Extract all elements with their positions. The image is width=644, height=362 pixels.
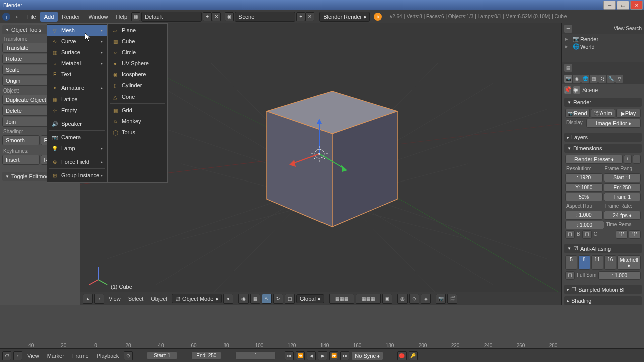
shading-mode-icon[interactable]: ● [223,294,233,304]
filter-size-field[interactable]: : 1.000 [598,271,641,280]
maximize-button[interactable]: ▭ [617,1,629,10]
jump-end-btn[interactable]: ⏭ [340,351,349,360]
crop-checkbox[interactable]: ☐ [582,230,592,239]
end-frame-field[interactable]: En: 250 [604,183,641,192]
shading-section-hdr[interactable]: Shading [564,296,642,305]
minimize-button[interactable]: ─ [603,1,616,10]
render-preset-select[interactable]: Render Preset ♦ [565,155,623,164]
editor-type-icon[interactable]: ◦ [11,11,22,22]
add-layout-btn[interactable]: + [203,12,212,21]
layers-grid-2[interactable]: ▦▦▦ [356,294,381,304]
prop-edit-icon[interactable]: ◎ [397,294,408,304]
lock-layer-icon[interactable]: ▣ [382,294,392,304]
aa-filter-select[interactable]: Mitchell ♦ [617,255,641,270]
submenu-icosphere[interactable]: ◉Icosphere [108,69,167,80]
aspect-y-field[interactable]: : 1.000 [565,221,604,229]
res-x-field[interactable]: : 1920 [565,173,603,182]
layout-preset-field[interactable]: Default [141,12,202,22]
aa-8-btn[interactable]: 8 [578,255,590,270]
aspect-x-field[interactable]: : 1.000 [565,211,603,220]
render-section-hdr[interactable]: Render [564,98,642,107]
aa-5-btn[interactable]: 5 [565,255,577,270]
menu-lamp[interactable]: 💡Lamp▸ [47,143,107,154]
res-y-field[interactable]: Y: 1080 [565,183,603,192]
mb-section-hdr[interactable]: ☐Sampled Motion Bl [564,285,642,294]
props-editor-icon[interactable]: ▤ [564,64,572,72]
prev-keyframe-btn[interactable]: ⏪ [296,351,305,360]
smooth-button[interactable]: Smooth [2,135,40,145]
end-frame-input[interactable]: End: 250 [191,351,221,360]
timeline-ruler[interactable]: -40-200204060801001201401601802002202402… [0,305,644,348]
aa-section-hdr[interactable]: ☑Anti-Aliasing [564,244,642,253]
add-scene-btn[interactable]: + [296,12,305,21]
render-anim-icon[interactable]: 🎬 [447,294,457,304]
menu-speaker[interactable]: 🔊Speaker [47,118,107,129]
keying-set-btn[interactable]: 🔑 [409,351,418,360]
expand-tl-icon[interactable]: ◦ [13,351,22,360]
menu-window[interactable]: Window [84,12,112,22]
close-button[interactable]: ✕ [630,1,643,10]
fps-select[interactable]: 24 fps ♦ [604,211,641,220]
outliner-editor-icon[interactable]: ☰ [564,25,572,33]
orientation-select[interactable]: Global♦ [296,294,324,303]
snap-type-icon[interactable]: ◈ [421,294,431,304]
tl-playback-menu[interactable]: Playback [94,351,122,360]
remove-scene-btn[interactable]: ✕ [305,12,314,21]
vp-object-menu[interactable]: Object [148,294,170,303]
layout-icon[interactable]: ▦ [131,12,140,21]
submenu-cone[interactable]: △Cone [108,91,167,102]
aa-16-btn[interactable]: 16 [604,255,616,270]
play-btn[interactable]: ▶ [318,351,327,360]
dimensions-section-hdr[interactable]: Dimensions [564,144,642,153]
sync-mode-select[interactable]: No Sync ♦ [351,351,383,360]
menu-curve[interactable]: ∿Curve▸ [47,36,107,47]
renderer-field[interactable]: Blender Render♦ [319,12,370,22]
start-frame-field[interactable]: Start : 1 [604,173,641,182]
submenu-grid[interactable]: ▦Grid [108,105,167,116]
menu-lattice[interactable]: ▦Lattice [47,94,107,105]
remove-layout-btn[interactable]: ✕ [212,12,221,21]
tab-render[interactable]: 📷 [564,75,572,83]
aa-11-btn[interactable]: 11 [591,255,603,270]
render-preview-icon[interactable]: 📷 [436,294,446,304]
scale-icon[interactable]: ◫ [285,294,295,304]
timeline-editor-icon[interactable]: ⏱ [2,351,11,360]
cube-mesh[interactable] [267,91,397,227]
play-reverse-btn[interactable]: ◀ [307,351,316,360]
remove-preset-btn[interactable]: − [633,155,641,164]
vp-select-menu[interactable]: Select [125,294,147,303]
submenu-torus[interactable]: ◯Torus [108,127,167,138]
menu-render[interactable]: Render [58,12,84,22]
menu-text[interactable]: FText [47,69,107,80]
menu-help[interactable]: Help [112,12,132,22]
frame-step-field[interactable]: Fram: 1 [604,193,641,201]
start-frame-input[interactable]: Start: 1 [147,351,177,360]
submenu-cylinder[interactable]: ▯Cylinder [108,80,167,91]
menu-groupinstance[interactable]: ⊞Group Instance▸ [47,170,107,181]
menu-metaball[interactable]: ○Metaball▸ [47,58,107,69]
pin-icon[interactable]: 📌 [564,86,571,94]
auto-key-btn[interactable]: 🔴 [397,351,407,360]
old-field-1[interactable]: '1' [616,230,628,239]
render-anim-btn[interactable]: 🎬Anim [591,109,615,118]
timeline-playhead[interactable] [96,305,96,348]
mode-select[interactable]: ▧Object Mode♦ [172,294,222,303]
tl-marker-menu[interactable]: Marker [44,351,67,360]
fullsample-checkbox[interactable]: ☐ [565,271,575,280]
menu-mesh[interactable]: ▽Mesh▸ [47,25,107,36]
translate-icon[interactable]: ↖ [262,294,272,304]
res-pct-field[interactable]: 50% [565,193,603,201]
menu-armature[interactable]: ✦Armature▸ [47,82,107,94]
old-field-2[interactable]: '1' [629,230,641,239]
insert-button[interactable]: Insert [2,155,40,165]
menu-file[interactable]: File [23,12,40,22]
rotate-icon[interactable]: ↻ [273,294,283,304]
tl-frame-menu[interactable]: Frame [69,351,92,360]
tl-view-menu[interactable]: View [24,351,42,360]
menu-add[interactable]: Add [40,12,58,22]
layers-section-hdr[interactable]: Layers [564,133,642,142]
menu-camera[interactable]: 📷Camera [47,132,107,143]
tab-world[interactable]: 🌐 [581,75,589,83]
scene-icon[interactable]: ◉ [225,12,234,21]
next-keyframe-btn[interactable]: ⏩ [329,351,338,360]
